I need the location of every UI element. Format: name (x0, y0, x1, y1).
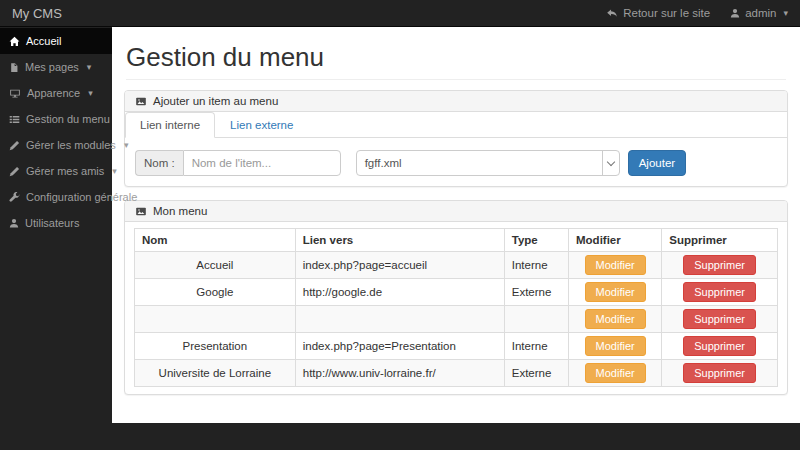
menu-item-link: http://www.univ-lorraine.fr/ (295, 360, 504, 387)
sidebar-item-mes-pages[interactable]: Mes pages▾ (0, 54, 112, 80)
add-item-panel: Ajouter un item au menu Lien interne Lie… (124, 90, 788, 187)
sidebar-item-label: Gérer les modules (26, 139, 116, 151)
menu-panel: Mon menu NomLien versTypeModifierSupprim… (124, 200, 788, 395)
table-row: Googlehttp://google.deExterneModifierSup… (135, 279, 778, 306)
menu-table-wrapper: NomLien versTypeModifierSupprimer Accuei… (125, 222, 787, 394)
navbar-right: Retour sur le site admin ▾ (606, 7, 788, 19)
sidebar-item-label: Mes pages (25, 61, 79, 73)
menu-item-link (295, 306, 504, 333)
desktop-icon (9, 88, 21, 99)
modifier-button-cell: Modifier (569, 252, 662, 279)
menu-item-link: index.php?page=accueil (295, 252, 504, 279)
return-site-label: Retour sur le site (623, 7, 710, 19)
column-header-supprimer: Supprimer (662, 229, 778, 252)
picture-icon (135, 96, 147, 107)
list-icon (9, 114, 20, 125)
wrench-icon (9, 192, 20, 203)
menu-table: NomLien versTypeModifierSupprimer Accuei… (134, 228, 778, 387)
modifier-button[interactable]: Modifier (585, 363, 646, 383)
menu-table-body: Accueilindex.php?page=accueilInterneModi… (135, 252, 778, 387)
link-type-tabs: Lien interne Lien externe (125, 112, 787, 138)
tab-lien-externe[interactable]: Lien externe (215, 112, 308, 138)
return-site-link[interactable]: Retour sur le site (606, 7, 710, 19)
supprimer-button[interactable]: Supprimer (683, 363, 756, 383)
column-header-nom: Nom (135, 229, 296, 252)
page-select[interactable]: fgff.xml (356, 150, 620, 176)
modifier-button-cell: Modifier (569, 360, 662, 387)
table-row: Presentationindex.php?page=PresentationI… (135, 333, 778, 360)
modifier-button-cell: Modifier (569, 306, 662, 333)
sidebar-item-label: Gérer mes amis (26, 165, 104, 177)
supprimer-button[interactable]: Supprimer (683, 282, 756, 302)
file-icon (9, 62, 19, 73)
page-title: Gestion du menu (126, 43, 786, 71)
sidebar-nav: AccueilMes pages▾Apparence▾Gestion du me… (0, 27, 112, 450)
chevron-down-icon: ▾ (112, 167, 117, 176)
item-name-input[interactable] (183, 150, 341, 176)
add-item-panel-heading: Ajouter un item au menu (125, 91, 787, 112)
supprimer-button-cell: Supprimer (662, 333, 778, 360)
sidebar-item-label: Configuration générale (26, 191, 137, 203)
sidebar-item-utilisateurs[interactable]: Utilisateurs (0, 210, 112, 236)
sidebar-item-gerer-les-modules[interactable]: Gérer les modules▾ (0, 132, 112, 158)
modifier-button[interactable]: Modifier (585, 282, 646, 302)
home-icon (9, 36, 20, 47)
add-button[interactable]: Ajouter (628, 150, 686, 176)
menu-item-type (504, 306, 568, 333)
menu-panel-title: Mon menu (153, 205, 207, 217)
brand-title[interactable]: My CMS (12, 6, 62, 21)
page-select-value: fgff.xml (365, 157, 402, 169)
tab-lien-interne[interactable]: Lien interne (125, 112, 215, 138)
add-item-panel-title: Ajouter un item au menu (153, 95, 278, 107)
modifier-button[interactable]: Modifier (585, 255, 646, 275)
chevron-down-icon: ▾ (124, 141, 129, 150)
select-chevron-icon (602, 151, 619, 175)
user-icon (9, 218, 19, 228)
modifier-button[interactable]: Modifier (585, 309, 646, 329)
table-row: Universite de Lorrainehttp://www.univ-lo… (135, 360, 778, 387)
main-content: Gestion du menu Ajouter un item au menu … (112, 27, 800, 423)
modifier-button[interactable]: Modifier (585, 336, 646, 356)
chevron-down-icon: ▾ (783, 9, 788, 18)
column-header-lien-vers: Lien vers (295, 229, 504, 252)
modifier-button-cell: Modifier (569, 279, 662, 306)
add-item-form: Nom : fgff.xml Ajouter (125, 138, 787, 186)
pencil-icon (9, 166, 20, 177)
picture-icon (135, 206, 147, 217)
column-header-type: Type (504, 229, 568, 252)
table-row: ModifierSupprimer (135, 306, 778, 333)
menu-panel-heading: Mon menu (125, 201, 787, 222)
menu-item-type: Interne (504, 252, 568, 279)
table-row: Accueilindex.php?page=accueilInterneModi… (135, 252, 778, 279)
user-menu[interactable]: admin ▾ (730, 7, 788, 19)
chevron-down-icon: ▾ (88, 89, 93, 98)
menu-item-name: Accueil (135, 252, 296, 279)
menu-item-name: Presentation (135, 333, 296, 360)
sidebar-item-accueil[interactable]: Accueil (0, 28, 112, 54)
menu-item-link: index.php?page=Presentation (295, 333, 504, 360)
top-navbar: My CMS Retour sur le site admin ▾ (0, 0, 800, 27)
sidebar-item-gestion-du-menu[interactable]: Gestion du menu (0, 106, 112, 132)
pencil-icon (9, 140, 20, 151)
supprimer-button-cell: Supprimer (662, 279, 778, 306)
menu-item-type: Externe (504, 279, 568, 306)
sidebar-item-label: Gestion du menu (26, 113, 110, 125)
sidebar-item-apparence[interactable]: Apparence▾ (0, 80, 112, 106)
supprimer-button[interactable]: Supprimer (683, 255, 756, 275)
user-icon (730, 8, 740, 18)
menu-item-name: Universite de Lorraine (135, 360, 296, 387)
menu-item-type: Interne (504, 333, 568, 360)
name-input-group: Nom : (135, 150, 341, 176)
sidebar-item-configuration-generale[interactable]: Configuration générale (0, 184, 112, 210)
supprimer-button[interactable]: Supprimer (683, 336, 756, 356)
supprimer-button-cell: Supprimer (662, 252, 778, 279)
sidebar-item-label: Utilisateurs (25, 217, 79, 229)
supprimer-button[interactable]: Supprimer (683, 309, 756, 329)
sidebar-item-label: Apparence (27, 87, 80, 99)
column-header-modifier: Modifier (569, 229, 662, 252)
table-header-row: NomLien versTypeModifierSupprimer (135, 229, 778, 252)
supprimer-button-cell: Supprimer (662, 306, 778, 333)
menu-item-name: Google (135, 279, 296, 306)
menu-item-name (135, 306, 296, 333)
sidebar-item-gerer-mes-amis[interactable]: Gérer mes amis▾ (0, 158, 112, 184)
